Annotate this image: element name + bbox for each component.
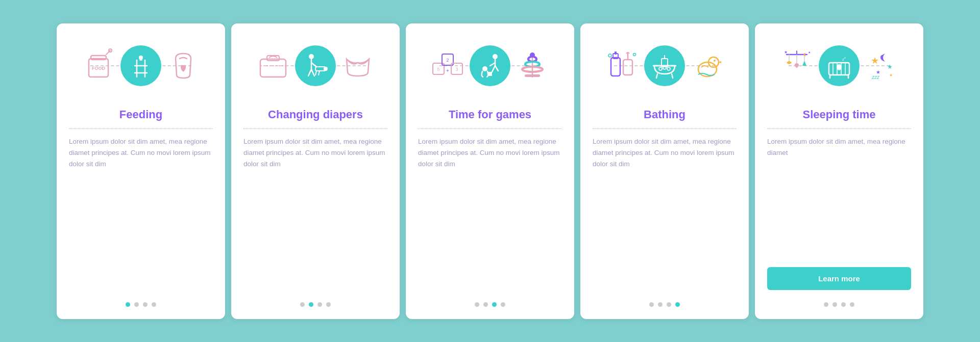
feeding-title: Feeding xyxy=(119,108,162,121)
games-divider xyxy=(418,128,562,129)
svg-text:5: 5 xyxy=(437,67,439,72)
svg-line-19 xyxy=(311,69,314,76)
feeding-divider xyxy=(69,128,213,129)
svg-rect-43 xyxy=(615,51,617,55)
blocks-icon: 5 2 3 + xyxy=(430,48,465,84)
pyramid-icon xyxy=(514,48,550,84)
caregiver-icon xyxy=(295,45,336,86)
cards-container: FOOD xyxy=(57,23,923,319)
dot-2 xyxy=(832,302,837,307)
dot-3 xyxy=(317,302,322,307)
mobile-icon: ★ ★ xyxy=(779,48,815,84)
diapers-divider xyxy=(243,128,387,129)
wipes-icon xyxy=(255,48,291,84)
svg-point-74 xyxy=(837,64,842,69)
feeding-body: Lorem ipsum dolor sit dim amet, mea regi… xyxy=(69,136,213,290)
dot-1 xyxy=(824,302,828,307)
svg-text:z: z xyxy=(844,56,846,59)
card-sleeping: ★ ★ xyxy=(755,23,923,319)
svg-point-53 xyxy=(659,67,662,70)
dot-1 xyxy=(126,302,130,307)
high-chair-icon xyxy=(120,45,161,86)
crib-icon: z z xyxy=(819,45,860,86)
bathing-title: Bathing xyxy=(644,108,685,121)
svg-marker-64 xyxy=(802,61,806,66)
feeding-dots xyxy=(126,302,156,307)
svg-text:★: ★ xyxy=(784,50,788,55)
dot-4 xyxy=(850,302,854,307)
svg-text:2: 2 xyxy=(446,58,449,63)
sleeping-divider xyxy=(767,128,911,129)
dot-2 xyxy=(134,302,139,307)
dot-3 xyxy=(492,302,497,307)
svg-text:FOOD: FOOD xyxy=(92,66,105,71)
svg-text:★: ★ xyxy=(808,51,811,54)
dot-1 xyxy=(300,302,305,307)
bathing-body: Lorem ipsum dolor sit dim amet, mea regi… xyxy=(593,136,737,290)
dot-2 xyxy=(483,302,488,307)
svg-text:★: ★ xyxy=(871,56,879,66)
games-icons: 5 2 3 + xyxy=(418,38,562,94)
dot-2 xyxy=(309,302,313,307)
card-bathing: Bathing Lorem ipsum dolor sit dim amet, … xyxy=(580,23,749,319)
dot-4 xyxy=(326,302,331,307)
food-jar-icon: FOOD xyxy=(81,48,116,84)
svg-point-33 xyxy=(482,66,487,71)
sleeping-icons: ★ ★ xyxy=(767,38,911,94)
bathing-icons xyxy=(593,38,737,94)
card-diapers: Changing diapers Lorem ipsum dolor sit d… xyxy=(231,23,400,319)
svg-point-21 xyxy=(324,67,328,71)
svg-line-32 xyxy=(492,66,495,72)
diapers-body: Lorem ipsum dolor sit dim amet, mea regi… xyxy=(243,136,387,290)
svg-point-31 xyxy=(493,54,498,59)
diapers-title: Changing diapers xyxy=(268,108,363,121)
svg-rect-1 xyxy=(91,56,106,60)
games-dots xyxy=(475,302,505,307)
diaper-icon xyxy=(340,48,376,84)
dot-4 xyxy=(675,302,680,307)
dot-3 xyxy=(667,302,671,307)
svg-point-11 xyxy=(139,56,143,60)
dot-1 xyxy=(475,302,479,307)
card-feeding: FOOD xyxy=(57,23,225,319)
svg-line-18 xyxy=(308,69,311,76)
bottles-icon xyxy=(604,48,640,84)
bib-icon xyxy=(165,48,201,84)
diapers-icons xyxy=(243,38,387,94)
feeding-icons: FOOD xyxy=(69,38,213,94)
dot-4 xyxy=(152,302,156,307)
night-icon: ★ ★ ★ ★ zzz xyxy=(864,48,899,84)
games-body: Lorem ipsum dolor sit dim amet, mea regi… xyxy=(418,136,562,290)
dot-4 xyxy=(501,302,505,307)
dot-3 xyxy=(841,302,846,307)
games-title: Time for games xyxy=(449,108,531,121)
svg-text:★: ★ xyxy=(887,63,893,70)
svg-rect-39 xyxy=(525,74,540,77)
svg-rect-41 xyxy=(611,58,620,76)
sleeping-body: Lorem ipsum dolor sit dim amet, mea regi… xyxy=(767,136,911,258)
duck-icon xyxy=(689,48,725,84)
svg-rect-12 xyxy=(260,59,286,77)
svg-point-47 xyxy=(633,53,636,56)
bathtub-icon xyxy=(644,45,685,86)
svg-rect-44 xyxy=(623,60,632,75)
svg-point-40 xyxy=(530,52,535,58)
svg-point-46 xyxy=(608,54,611,57)
svg-point-58 xyxy=(714,60,716,62)
svg-point-55 xyxy=(667,67,670,70)
svg-line-51 xyxy=(656,74,657,78)
bathing-divider xyxy=(593,128,737,129)
sleeping-title: Sleeping time xyxy=(802,108,875,121)
play-icon xyxy=(470,45,510,86)
svg-line-3 xyxy=(106,50,110,55)
dot-3 xyxy=(143,302,148,307)
dot-1 xyxy=(649,302,654,307)
svg-point-15 xyxy=(309,54,314,59)
bathing-dots xyxy=(649,302,680,307)
svg-text:+: + xyxy=(446,68,449,73)
svg-line-23 xyxy=(318,71,320,75)
svg-line-52 xyxy=(672,74,673,78)
svg-text:★: ★ xyxy=(889,73,893,77)
svg-text:zzz: zzz xyxy=(871,74,880,80)
learn-more-button[interactable]: Learn more xyxy=(767,267,911,290)
